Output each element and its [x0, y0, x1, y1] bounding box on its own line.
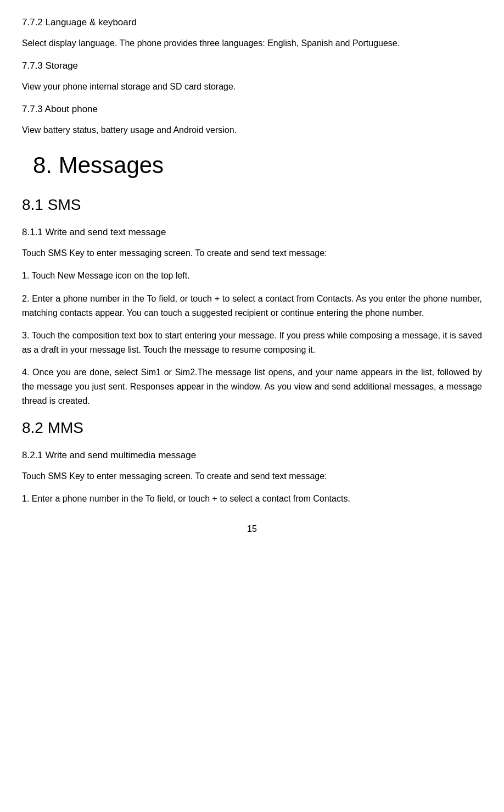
heading-821: 8.2.1 Write and send multimedia message: [22, 448, 482, 463]
heading-82: 8.2 MMS: [22, 416, 482, 440]
section-82: 8.2 MMS: [22, 416, 482, 440]
heading-772: 7.7.2 Language & keyboard: [22, 15, 482, 30]
section-773-storage: 7.7.3 Storage View your phone internal s…: [22, 59, 482, 93]
paragraph-773-about-1: View battery status, battery usage and A…: [22, 123, 482, 137]
paragraph-821-2: 1. Enter a phone number in the To field,…: [22, 492, 482, 506]
paragraph-811-2: 1. Touch New Message icon on the top lef…: [22, 269, 482, 283]
section-8: 8. Messages: [22, 148, 482, 182]
heading-81: 8.1 SMS: [22, 193, 482, 216]
section-773-about: 7.7.3 About phone View battery status, b…: [22, 102, 482, 137]
paragraph-811-3: 2. Enter a phone number in the To field,…: [22, 292, 482, 320]
paragraph-811-4: 3. Touch the composition text box to sta…: [22, 329, 482, 357]
paragraph-811-5: 4. Once you are done, select Sim1 or Sim…: [22, 365, 482, 408]
heading-773-about: 7.7.3 About phone: [22, 102, 482, 116]
paragraph-811-1: Touch SMS Key to enter messaging screen.…: [22, 246, 482, 260]
section-81: 8.1 SMS: [22, 193, 482, 216]
section-821: 8.2.1 Write and send multimedia message …: [22, 448, 482, 506]
page-content: 7.7.2 Language & keyboard Select display…: [22, 15, 482, 536]
paragraph-821-1: Touch SMS Key to enter messaging screen.…: [22, 469, 482, 483]
page-number: 15: [22, 522, 482, 536]
heading-8: 8. Messages: [33, 148, 482, 182]
heading-773-storage: 7.7.3 Storage: [22, 59, 482, 73]
paragraph-772-1: Select display language. The phone provi…: [22, 36, 482, 51]
heading-811: 8.1.1 Write and send text message: [22, 225, 482, 240]
paragraph-773-storage-1: View your phone internal storage and SD …: [22, 80, 482, 94]
section-811: 8.1.1 Write and send text message Touch …: [22, 225, 482, 408]
section-772: 7.7.2 Language & keyboard Select display…: [22, 15, 482, 50]
